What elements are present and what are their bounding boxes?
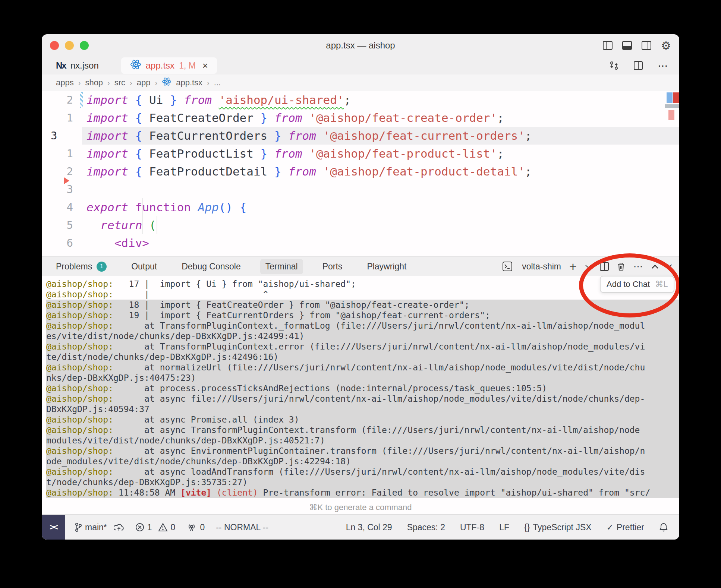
terminal-session-name[interactable]: volta-shim: [522, 262, 561, 272]
terminal-line: @aishop/shop: 19 | import { FeatCurrentO…: [46, 310, 679, 320]
terminal-line: es/vite/dist/node/chunks/dep-DBxKXgDP.js…: [46, 331, 679, 341]
panel-tab-terminal[interactable]: Terminal: [260, 259, 303, 274]
vscode-window: app.tsx — aishop ⚙ Nxnx.jsonapp.tsx1, M×…: [42, 34, 679, 540]
breadcrumb-item-app[interactable]: app: [137, 78, 151, 88]
terminal-line: @aishop/shop: at async Promise.all (inde…: [46, 414, 679, 425]
code-line: 1import { FeatCreateOrder } from '@aisho…: [42, 109, 679, 127]
tab-label: nx.json: [70, 60, 99, 71]
warning-triangle-icon: [158, 523, 168, 532]
editor-tab-nx.json[interactable]: Nxnx.json: [47, 57, 108, 74]
panel-tab-output[interactable]: Output: [126, 259, 162, 274]
terminal-project-prefix: @aishop/shop:: [46, 446, 113, 456]
panel-tab-debug-console[interactable]: Debug Console: [176, 259, 246, 274]
code-line-text: import { FeatCurrentOrders } from '@aish…: [82, 127, 679, 145]
toggle-secondary-sidebar-icon[interactable]: [642, 41, 651, 50]
vim-mode-indicator[interactable]: -- NORMAL --: [216, 522, 268, 532]
panel-tab-playwright[interactable]: Playwright: [362, 259, 412, 274]
breadcrumb: apps›shop›src›app›app.tsx›...: [42, 75, 679, 91]
terminal-line: modules/vite/dist/node/chunks/dep-DBxKXg…: [46, 435, 679, 446]
kill-terminal-trash-icon[interactable]: [617, 262, 625, 271]
maximize-panel-chevron-icon[interactable]: [651, 264, 659, 269]
add-to-chat-label: Add to Chat: [607, 279, 650, 289]
open-changes-icon[interactable]: [609, 61, 619, 70]
terminal-line: @aishop/shop: 18 | import { FeatCreateOr…: [46, 300, 679, 310]
git-branch-item[interactable]: main*: [75, 522, 124, 532]
ports-status-item[interactable]: 0: [186, 522, 205, 532]
terminal-line: @aishop/shop: at async EnvironmentPlugin…: [46, 446, 679, 456]
add-to-chat-tooltip[interactable]: Add to Chat ⌘L: [600, 276, 674, 293]
code-line: 3: [42, 180, 679, 198]
overview-ruler-mark-red: [673, 92, 679, 103]
new-terminal-icon[interactable]: +: [569, 260, 577, 273]
panel-tabs: Problems1OutputDebug ConsoleTerminalPort…: [51, 259, 412, 274]
tab-label: app.tsx: [146, 60, 174, 71]
indent-guide: [142, 198, 143, 234]
terminal-output[interactable]: @aishop/shop: 17 | import { Ui } from "a…: [42, 276, 679, 501]
notifications-bell-icon[interactable]: [659, 522, 668, 532]
status-bar: >< main* 1 0 0: [42, 514, 679, 540]
problems-status-item[interactable]: 1 0: [135, 522, 176, 532]
terminal-project-prefix: @aishop/shop:: [46, 310, 113, 320]
panel-more-actions-icon[interactable]: ⋯: [633, 262, 643, 271]
panel-tab-ports[interactable]: Ports: [317, 259, 348, 274]
terminal-project-prefix: @aishop/shop:: [46, 488, 113, 497]
formatter-item[interactable]: ✓ Prettier: [607, 522, 644, 532]
code-line-text: <div>: [82, 234, 679, 252]
breadcrumb-separator: ›: [107, 79, 110, 87]
breadcrumb-separator: ›: [155, 79, 158, 87]
panel-tab-problems[interactable]: Problems1: [51, 259, 112, 274]
check-icon: ✓: [607, 522, 614, 532]
close-panel-icon[interactable]: ×: [667, 262, 673, 271]
panel-tab-label: Playwright: [367, 262, 406, 272]
panel-tab-label: Problems: [56, 262, 92, 272]
language-mode-item[interactable]: {} TypeScript JSX: [524, 522, 592, 532]
code-line: 3import { FeatCurrentOrders } from '@ais…: [42, 127, 679, 145]
terminal-line: ode_modules/vite/dist/node/chunks/dep-DB…: [46, 456, 679, 467]
cursor-position-item[interactable]: Ln 3, Col 29: [346, 522, 392, 532]
breadcrumb-item-shop[interactable]: shop: [85, 78, 103, 88]
close-tab-icon[interactable]: ×: [202, 60, 208, 72]
settings-gear-icon[interactable]: ⚙: [661, 39, 671, 52]
terminal-line: @aishop/shop: at async file:///Users/jur…: [46, 393, 679, 404]
terminal-project-prefix: @aishop/shop:: [46, 363, 113, 372]
react-icon: [162, 77, 171, 88]
terminal-line: @aishop/shop: at TransformPluginContext.…: [46, 320, 679, 331]
terminal-project-prefix: @aishop/shop:: [46, 415, 113, 424]
eol-item[interactable]: LF: [499, 522, 509, 532]
breadcrumb-item-...[interactable]: ...: [214, 78, 221, 88]
line-number: 1: [42, 145, 82, 162]
overview-ruler-scrollbar[interactable]: [665, 104, 679, 108]
indentation-item[interactable]: Spaces: 2: [407, 522, 445, 532]
code-line-text: export function App() {: [82, 198, 679, 216]
terminal-line: te/dist/node/chunks/dep-DBxKXgDP.js:4249…: [46, 352, 679, 362]
breadcrumb-item-src[interactable]: src: [114, 78, 125, 88]
line-number: 3: [42, 180, 82, 198]
terminal-line: @aishop/shop: 11:48:58 AM [vite] (client…: [46, 487, 679, 498]
code-line: 5 return (: [42, 216, 679, 234]
breadcrumb-item-app.tsx[interactable]: app.tsx: [176, 78, 202, 88]
terminal-project-prefix: @aishop/shop:: [46, 279, 113, 289]
tab-bar-tabs: Nxnx.jsonapp.tsx1, M×: [47, 57, 217, 74]
terminal-hint: ⌘K to generate a command: [42, 501, 679, 514]
line-number: 5: [42, 216, 82, 234]
split-terminal-icon[interactable]: [600, 262, 609, 271]
terminal-line: nks/dep-DBxKXgDP.js:40475:23): [46, 373, 679, 383]
line-number: 2: [42, 91, 82, 109]
editor-more-actions-icon[interactable]: ⋯: [658, 60, 668, 72]
code-editor[interactable]: 2import { Ui } from 'aishop/ui-shared';1…: [42, 91, 679, 256]
window-title: app.tsx — aishop: [42, 40, 679, 51]
terminal-project-prefix: @aishop/shop:: [46, 425, 113, 435]
terminal-dropdown-chevron-icon[interactable]: [585, 264, 592, 269]
terminal-prompt-icon: [503, 262, 512, 271]
toggle-sidebar-icon[interactable]: [603, 41, 613, 50]
remote-indicator[interactable]: ><: [42, 515, 65, 540]
encoding-item[interactable]: UTF-8: [460, 522, 484, 532]
split-editor-icon[interactable]: [634, 61, 643, 70]
code-line-text: import { FeatCreateOrder } from '@aishop…: [82, 109, 679, 127]
breadcrumb-item-apps[interactable]: apps: [56, 78, 74, 88]
editor-tab-app.tsx[interactable]: app.tsx1, M×: [121, 57, 217, 74]
terminal-line: @aishop/shop: | ^: [46, 289, 679, 300]
code-line-text: return (: [82, 216, 679, 234]
toggle-panel-icon[interactable]: [622, 41, 632, 50]
code-line-text: import { FeatProductList } from '@aishop…: [82, 145, 679, 162]
